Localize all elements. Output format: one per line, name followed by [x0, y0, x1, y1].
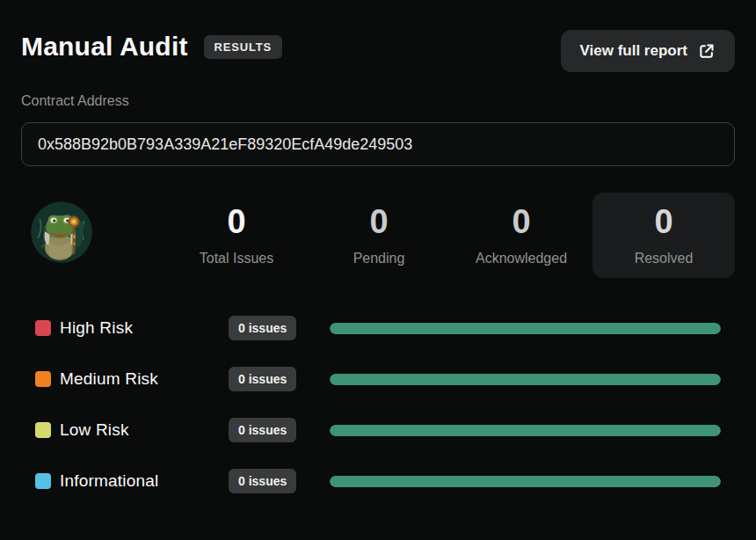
medium-risk-issues-badge: 0 issues — [229, 367, 296, 391]
stat-pending-value: 0 — [369, 205, 388, 238]
stat-resolved: 0 Resolved — [592, 193, 735, 278]
stat-pending: 0 Pending — [308, 193, 450, 278]
page-title: Manual Audit — [21, 32, 188, 62]
stat-total-issues: 0 Total Issues — [165, 193, 308, 278]
informational-label: Informational — [60, 471, 229, 491]
low-risk-bar — [330, 425, 721, 436]
low-risk-label: Low Risk — [60, 420, 229, 440]
high-risk-bar — [330, 323, 721, 334]
contract-address-label: Contract Address — [21, 93, 735, 109]
medium-risk-swatch — [35, 371, 51, 387]
stat-total-issues-label: Total Issues — [200, 251, 273, 266]
stat-resolved-value: 0 — [654, 205, 672, 238]
stat-total-issues-value: 0 — [227, 205, 245, 238]
high-risk-issues-badge: 0 issues — [229, 316, 296, 340]
informational-bar-fill — [330, 476, 721, 487]
risk-row-low: Low Risk 0 issues — [21, 417, 735, 443]
risk-row-informational: Informational 0 issues — [21, 468, 735, 494]
risk-row-high: High Risk 0 issues — [21, 315, 735, 341]
high-risk-bar-fill — [330, 323, 721, 334]
high-risk-label: High Risk — [60, 318, 229, 338]
risk-breakdown-list: High Risk 0 issues Medium Risk 0 issues … — [21, 315, 735, 494]
token-logo-avatar — [31, 201, 92, 263]
medium-risk-label: Medium Risk — [60, 369, 229, 389]
low-risk-swatch — [35, 422, 51, 438]
informational-swatch — [35, 473, 51, 489]
header: Manual Audit RESULTS View full report — [21, 0, 735, 72]
stats-columns: 0 Total Issues 0 Pending 0 Acknowledged … — [92, 193, 735, 278]
low-risk-issues-badge: 0 issues — [229, 418, 296, 442]
stat-resolved-label: Resolved — [635, 251, 694, 266]
medium-risk-bar-fill — [330, 374, 721, 385]
stat-acknowledged-value: 0 — [512, 205, 530, 238]
informational-bar — [330, 476, 721, 487]
view-full-report-button[interactable]: View full report — [561, 30, 736, 72]
view-full-report-label: View full report — [580, 42, 688, 60]
stat-acknowledged-label: Acknowledged — [476, 251, 567, 266]
external-link-icon — [698, 42, 716, 60]
medium-risk-bar — [330, 374, 721, 385]
risk-row-medium: Medium Risk 0 issues — [21, 366, 735, 392]
high-risk-swatch — [35, 320, 51, 336]
stats-summary: 0 Total Issues 0 Pending 0 Acknowledged … — [21, 193, 735, 278]
informational-issues-badge: 0 issues — [229, 469, 296, 493]
low-risk-bar-fill — [330, 425, 721, 436]
stat-acknowledged: 0 Acknowledged — [450, 193, 592, 278]
contract-address-input[interactable] — [21, 122, 735, 166]
title-group: Manual Audit RESULTS — [21, 30, 282, 62]
stat-pending-label: Pending — [353, 251, 405, 266]
audit-results-panel: Manual Audit RESULTS View full report Co… — [0, 0, 756, 540]
results-badge: RESULTS — [204, 35, 282, 59]
